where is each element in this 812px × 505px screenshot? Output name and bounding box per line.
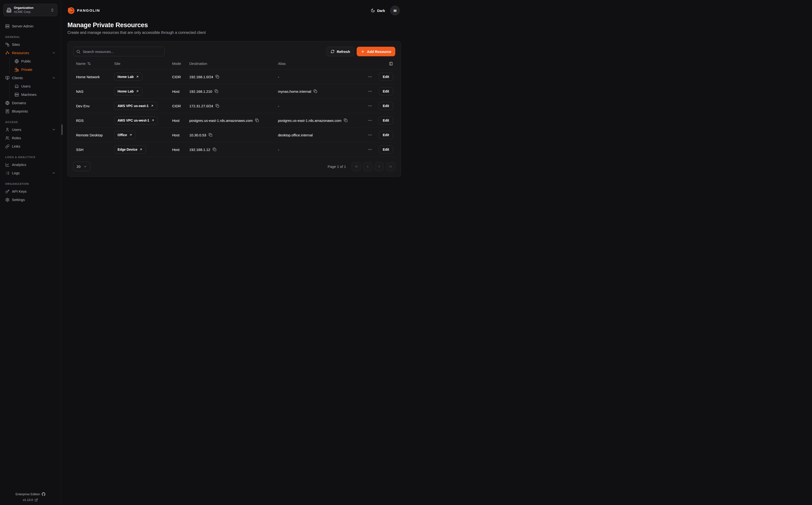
cell-name: Remote Desktop [76, 133, 114, 137]
copy-icon [344, 119, 348, 122]
brand-name: PANGOLIN [77, 8, 100, 13]
site-link-button[interactable]: Office [114, 131, 136, 139]
sidebar-item-public[interactable]: Public [13, 57, 57, 65]
prev-page-button[interactable] [363, 162, 372, 171]
cell-name: Dev Env [76, 104, 114, 108]
column-header-name: Name [76, 61, 114, 65]
page-title: Manage Private Resources [67, 21, 400, 29]
copy-icon [213, 148, 216, 151]
sidebar-item-client-users[interactable]: Users [13, 82, 57, 91]
page-size-select[interactable]: 20 [73, 162, 90, 171]
edit-button[interactable]: Edit [379, 87, 393, 96]
sidebar-item-clients[interactable]: Clients [3, 74, 57, 82]
nav-section-organization: ORGANIZATION [5, 182, 55, 185]
table-row: Home Network Home Lab CIDR 192.168.1.0/2… [73, 69, 395, 84]
sidebar-item-server-admin[interactable]: Server Admin [3, 22, 57, 30]
table-row: Dev Env AWS VPC us-east-1 CIDR 172.31.27… [73, 99, 395, 113]
edit-button[interactable]: Edit [379, 145, 393, 154]
row-menu-button[interactable] [367, 74, 373, 79]
cell-name: RDS [76, 119, 114, 123]
edit-button[interactable]: Edit [379, 131, 393, 139]
refresh-button[interactable]: Refresh [327, 47, 354, 56]
chevrons-up-down-icon [50, 8, 54, 12]
row-menu-button[interactable] [367, 89, 373, 94]
sidebar-item-blueprints[interactable]: Blueprints [3, 107, 57, 116]
arrow-up-right-icon [129, 133, 132, 137]
last-page-button[interactable] [386, 162, 395, 171]
clients-subnav: Users Machines [9, 82, 57, 99]
sidebar-item-settings[interactable]: Settings [3, 195, 57, 204]
topbar: PANGOLIN Dark M [67, 5, 400, 16]
copy-destination-button[interactable] [209, 133, 212, 137]
moon-icon [371, 8, 375, 13]
arrow-up-right-icon [139, 148, 143, 151]
sidebar-item-machines[interactable]: Machines [13, 91, 57, 99]
edit-button[interactable]: Edit [379, 116, 393, 125]
first-page-button[interactable] [352, 162, 361, 171]
chevron-right-icon [377, 165, 381, 169]
theme-toggle-button[interactable]: Dark [371, 8, 385, 13]
resources-subnav: Public Private [9, 57, 57, 74]
site-link-button[interactable]: Edge Device [114, 145, 146, 154]
org-switcher[interactable]: Organization ACME Corp. [3, 4, 57, 16]
sidebar-item-logs[interactable]: Logs [3, 169, 57, 177]
cell-name: SSH [76, 148, 114, 152]
ellipsis-icon [368, 104, 372, 108]
sidebar-item-private[interactable]: Private [13, 65, 57, 74]
copy-destination-button[interactable] [215, 75, 219, 79]
copy-alias-button[interactable] [344, 119, 348, 122]
row-menu-button[interactable] [367, 147, 373, 152]
table-header: Name Site Mode Destination Alias [73, 58, 395, 69]
copy-destination-button[interactable] [213, 148, 216, 151]
building-icon [6, 8, 11, 13]
table-row: Remote Desktop Office Host 10.30.0.53 de… [73, 128, 395, 142]
cell-mode: Host [172, 119, 189, 123]
column-header-site: Site [114, 61, 172, 65]
copy-icon [215, 90, 218, 93]
row-menu-button[interactable] [367, 104, 373, 108]
sidebar-item-api-keys[interactable]: API Keys [3, 187, 57, 195]
site-link-button[interactable]: Home Lab [114, 87, 142, 96]
row-menu-button[interactable] [367, 118, 373, 123]
next-page-button[interactable] [375, 162, 384, 171]
sidebar-scrollbar-thumb[interactable] [61, 125, 62, 135]
cell-mode: CIDR [172, 104, 189, 108]
sidebar-item-links[interactable]: Links [3, 142, 57, 150]
sidebar-item-analytics[interactable]: Analytics [3, 160, 57, 169]
ellipsis-icon [368, 118, 372, 123]
resources-icon [5, 51, 10, 55]
row-menu-button[interactable] [367, 133, 373, 137]
site-link-button[interactable]: AWS VPC us-west-1 [114, 116, 158, 125]
sidebar-item-resources[interactable]: Resources [3, 49, 57, 57]
edit-button[interactable]: Edit [379, 102, 393, 110]
cell-mode: Host [172, 148, 189, 152]
key-icon [5, 189, 10, 194]
copy-icon [215, 75, 219, 79]
columns-icon[interactable] [389, 61, 393, 66]
avatar[interactable]: M [390, 6, 400, 15]
sidebar-item-sites[interactable]: Sites [3, 40, 57, 49]
copy-destination-button[interactable] [215, 104, 219, 108]
laptop-icon [15, 84, 19, 89]
cell-mode: Host [172, 133, 189, 137]
copy-destination-button[interactable] [215, 90, 218, 93]
page-info: Page 1 of 1 [328, 165, 346, 169]
search-input[interactable] [83, 49, 161, 54]
org-switcher-label: Organization [14, 6, 48, 10]
add-resource-button[interactable]: Add Resource [357, 47, 395, 56]
sidebar: Organization ACME Corp. Server Admin GEN… [0, 0, 61, 252]
sidebar-item-roles[interactable]: Roles [3, 134, 57, 142]
ellipsis-icon [368, 74, 372, 79]
cell-destination: 192.168.1.210 [189, 90, 278, 94]
sidebar-item-users[interactable]: Users [3, 126, 57, 134]
edit-button[interactable]: Edit [379, 73, 393, 81]
sidebar-item-domains[interactable]: Domains [3, 99, 57, 107]
arrow-up-right-icon [136, 90, 139, 93]
cell-destination: 192.168.1.12 [189, 148, 278, 152]
copy-alias-button[interactable] [314, 90, 317, 93]
copy-destination-button[interactable] [255, 119, 259, 122]
sort-icon[interactable] [87, 62, 91, 65]
site-link-button[interactable]: AWS VPC us-east-1 [114, 102, 157, 110]
table-toolbar: Refresh Add Resource [73, 47, 395, 56]
site-link-button[interactable]: Home Lab [114, 73, 142, 81]
